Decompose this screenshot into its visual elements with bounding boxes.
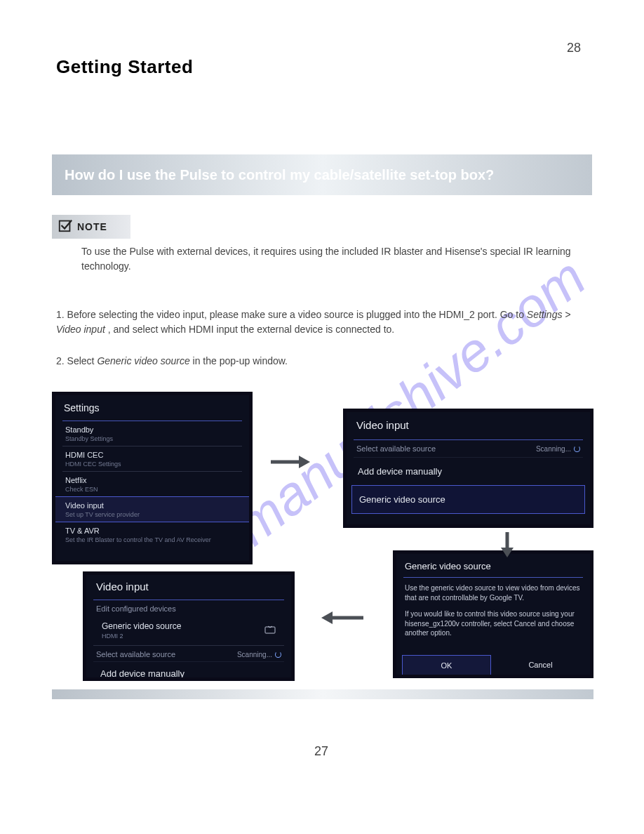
- screenshot-generic-dialog: Generic video source Use the generic vid…: [393, 550, 593, 678]
- screenshot-settings: Settings Standby Standby Settings HDMI C…: [52, 392, 253, 564]
- page-header: Getting Started: [56, 56, 193, 78]
- settings-item-standby[interactable]: Standby Standby Settings: [55, 421, 249, 446]
- step-1-text-c: , and select which HDMI input the extern…: [108, 324, 395, 335]
- panel3-title: Generic video source: [396, 554, 590, 577]
- page-number-top: 28: [567, 41, 581, 55]
- arrow-right-icon: [269, 452, 311, 472]
- step-1-text: 1. Before selecting the video input, ple…: [56, 307, 581, 337]
- tv-icon: [264, 625, 276, 636]
- configured-device-sub: HDMI 2: [102, 633, 181, 640]
- dialog-buttons: OK Cancel: [402, 655, 584, 676]
- cancel-button[interactable]: Cancel: [497, 655, 584, 676]
- note-text: To use the Pulse with external devices, …: [81, 244, 581, 274]
- step-2-text-c: in the pop-up window.: [193, 355, 288, 366]
- step-2-text-a: 2. Select: [56, 355, 97, 366]
- settings-item-video-input[interactable]: Video input Set up TV service provider: [55, 497, 249, 522]
- settings-item-label: HDMI CEC: [65, 451, 239, 459]
- settings-item-label: TV & AVR: [65, 527, 239, 535]
- note-badge: NOTE: [52, 215, 130, 239]
- settings-item-sub: Set up TV service provider: [65, 511, 239, 518]
- svg-marker-6: [501, 548, 514, 557]
- page-number-bottom: 27: [314, 744, 328, 759]
- ok-button[interactable]: OK: [402, 655, 491, 676]
- settings-item-netflix[interactable]: Netflix Check ESN: [55, 472, 249, 496]
- configured-device-row[interactable]: Generic video source HDMI 2: [86, 616, 291, 645]
- settings-item-sub: Check ESN: [65, 486, 239, 493]
- dialog-text-1: Use the generic video source to view vid…: [405, 583, 582, 602]
- spinner-icon: [574, 446, 580, 452]
- option-generic-source[interactable]: Generic video source: [352, 486, 584, 513]
- arrow-left-icon: [317, 608, 366, 628]
- banner-text: How do I use the Pulse to control my cab…: [65, 167, 494, 183]
- note-label: NOTE: [77, 221, 107, 232]
- settings-item-label: Standby: [65, 425, 239, 434]
- panel4-title: Video input: [86, 575, 291, 600]
- settings-item-label: Video input: [65, 501, 239, 510]
- panel4-section2-header: Select available source Scanning...: [86, 646, 291, 661]
- panel4-section1-header: Edit configured devices: [86, 600, 291, 616]
- svg-marker-4: [299, 456, 310, 468]
- footer-fade: [52, 689, 593, 699]
- check-icon: [58, 218, 73, 236]
- settings-item-tv-avr[interactable]: TV & AVR Set the IR Blaster to control t…: [55, 522, 249, 547]
- settings-item-sub: HDMI CEC Settings: [65, 461, 239, 468]
- scanning-status: Scanning...: [237, 651, 281, 658]
- settings-item-sub: Set the IR Blaster to control the TV and…: [65, 536, 239, 543]
- panel2-section-header: Select available source Scanning...: [347, 440, 590, 457]
- dialog-body: Use the generic video source to view vid…: [396, 578, 590, 651]
- spinner-icon: [275, 651, 281, 658]
- section-label: Select available source: [96, 650, 175, 658]
- panel1-title: Settings: [55, 395, 249, 421]
- settings-item-sub: Standby Settings: [65, 435, 239, 442]
- configured-device-label: Generic video source: [102, 621, 181, 631]
- screenshot-video-input-configured: Video input Edit configured devices Gene…: [83, 571, 295, 681]
- scanning-text: Scanning...: [536, 445, 571, 453]
- scanning-status: Scanning...: [536, 445, 580, 453]
- section-banner: How do I use the Pulse to control my cab…: [52, 154, 592, 195]
- screenshot-video-input: Video input Select available source Scan…: [343, 409, 593, 528]
- panel2-title: Video input: [347, 412, 590, 439]
- option-add-device[interactable]: Add device manually: [347, 458, 590, 485]
- section-label: Edit configured devices: [96, 604, 176, 613]
- settings-item-label: Netflix: [65, 476, 239, 484]
- option-add-device[interactable]: Add device manually: [86, 662, 291, 681]
- step-2-emph: Generic video source: [97, 355, 189, 366]
- svg-marker-8: [321, 611, 333, 624]
- scanning-text: Scanning...: [237, 651, 272, 658]
- arrow-down-icon: [497, 531, 517, 559]
- screenshots-diagram: Settings Standby Standby Settings HDMI C…: [52, 392, 598, 685]
- settings-item-hdmi-cec[interactable]: HDMI CEC HDMI CEC Settings: [55, 446, 249, 471]
- step-1-text-a: 1. Before selecting the video input, ple…: [56, 309, 527, 320]
- dialog-text-2: If you would like to control this video …: [405, 609, 582, 638]
- section-label: Select available source: [356, 444, 436, 453]
- step-2-text: 2. Select Generic video source in the po…: [56, 354, 581, 369]
